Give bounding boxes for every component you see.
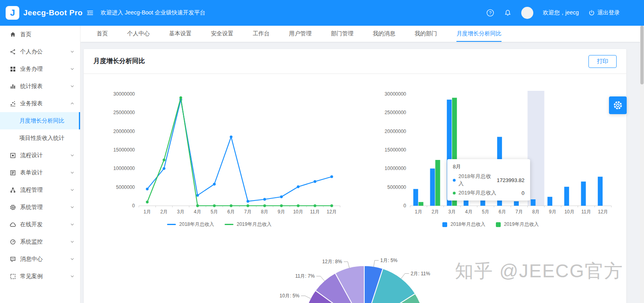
pie-label: 2月: 11% xyxy=(411,271,430,276)
sidebar-item-label: 系统管理 xyxy=(20,204,43,211)
svg-text:8月: 8月 xyxy=(261,209,268,215)
logout-button[interactable]: 退出登录 xyxy=(588,9,620,16)
svg-text:4月: 4月 xyxy=(194,209,201,215)
svg-text:0: 0 xyxy=(132,203,135,209)
svg-text:9月: 9月 xyxy=(549,209,557,215)
monitor-icon xyxy=(10,239,16,245)
legend-item[interactable]: 2018年月总收入 xyxy=(442,221,485,228)
sidebar-item-share[interactable]: 个人办公 xyxy=(0,43,80,60)
line-chart-legend: 2018年月总收入2019年月总收入 xyxy=(167,221,271,228)
chevron-down-icon xyxy=(70,170,74,175)
legend-label: 2018年月总收入 xyxy=(179,221,214,228)
chevron-down-icon xyxy=(70,188,74,192)
sidebar-subitem-1[interactable]: 项目性质收入统计 xyxy=(0,129,80,147)
legend-item[interactable]: 2018年月总收入 xyxy=(167,221,214,228)
svg-text:10月: 10月 xyxy=(564,209,574,215)
svg-text:3月: 3月 xyxy=(177,209,185,215)
sidebar-item-label: 表单设计 xyxy=(20,169,43,176)
tab-item[interactable]: 工作台 xyxy=(253,26,270,42)
tab-item[interactable]: 用户管理 xyxy=(289,26,312,42)
svg-text:25000000: 25000000 xyxy=(114,110,135,115)
scrollbar-thumb[interactable] xyxy=(640,26,644,84)
user-greeting[interactable]: 欢迎您，jeecg xyxy=(543,9,579,16)
svg-text:30000000: 30000000 xyxy=(385,91,407,97)
sidebar-item-label: 系统监控 xyxy=(20,238,43,246)
tab-item[interactable]: 基本设置 xyxy=(169,26,192,42)
avatar[interactable] xyxy=(521,7,533,19)
sidebar-item-label: 消息中心 xyxy=(20,256,43,263)
header-actions: ? 欢迎您，jeecg 退出登录 xyxy=(486,7,644,19)
sidebar-item-monitor[interactable]: 系统监控 xyxy=(0,233,80,250)
page-title: 月度增长分析同比 xyxy=(93,57,145,66)
chevron-down-icon xyxy=(70,49,74,54)
sidebar-item-bar-chart[interactable]: 统计报表 xyxy=(0,78,80,95)
scrollbar-track[interactable] xyxy=(640,26,644,303)
chevron-down-icon xyxy=(70,205,74,209)
sidebar-item-appstore[interactable]: 业务办理 xyxy=(0,60,80,78)
tab-item[interactable]: 月度增长分析同比 xyxy=(456,26,502,42)
chevron-down-icon xyxy=(70,222,74,227)
series-dot-icon xyxy=(453,192,456,194)
tab-item[interactable]: 我的部门 xyxy=(415,26,437,42)
sidebar-item-border[interactable]: 常见案例 xyxy=(0,268,80,285)
menu-fold-icon[interactable] xyxy=(86,9,93,16)
help-icon[interactable]: ? xyxy=(486,9,494,17)
sidebar-item-home[interactable]: 首页 xyxy=(0,26,80,43)
bell-icon[interactable] xyxy=(504,9,512,17)
svg-text:10000000: 10000000 xyxy=(385,166,407,171)
chevron-down-icon xyxy=(70,240,74,244)
appstore-icon xyxy=(10,66,16,72)
sidebar-item-message[interactable]: 消息中心 xyxy=(0,250,80,268)
watermark: 知乎 @JEECG官方 xyxy=(455,259,623,284)
legend-label: 2018年月总收入 xyxy=(450,221,485,228)
legend-square-marker-icon xyxy=(496,222,501,227)
charts-row: 0500000010000000150000002000000025000000… xyxy=(84,74,626,228)
theme-settings-button[interactable] xyxy=(609,96,627,114)
sidebar-item-label: 业务办理 xyxy=(20,66,43,73)
sidebar-item-cloud[interactable]: 在线开发 xyxy=(0,216,80,233)
svg-text:5000000: 5000000 xyxy=(387,184,406,190)
chevron-up-icon xyxy=(70,101,74,106)
sidebar-item-form[interactable]: 表单设计 xyxy=(0,164,80,181)
tooltip-rows: 2018年月总收入1723993.822019年月总收入0 xyxy=(453,173,524,197)
sidebar-subitem-label: 项目性质收入统计 xyxy=(19,135,64,142)
svg-text:10000000: 10000000 xyxy=(114,166,135,171)
tab-item[interactable]: 首页 xyxy=(97,26,108,42)
pie-label: 12月: 8% xyxy=(322,259,343,264)
svg-text:?: ? xyxy=(489,10,491,15)
legend-item[interactable]: 2019年月总收入 xyxy=(496,221,539,228)
sidebar-item-dot-chart[interactable]: 业务报表 xyxy=(0,95,80,112)
chevron-down-icon xyxy=(70,84,74,88)
logo-letter: J xyxy=(10,8,15,18)
svg-text:7月: 7月 xyxy=(244,209,252,215)
svg-text:12月: 12月 xyxy=(598,209,608,215)
tooltip-series-value: 0 xyxy=(522,190,524,196)
chevron-down-icon xyxy=(70,257,74,261)
block-icon xyxy=(10,152,16,159)
legend-label: 2019年月总收入 xyxy=(504,221,539,228)
line-chart-svg: 0500000010000000150000002000000025000000… xyxy=(91,83,348,216)
bar-chart-icon xyxy=(10,83,16,90)
sidebar-item-gear[interactable]: 系统管理 xyxy=(0,199,80,216)
tab-item[interactable]: 安全设置 xyxy=(211,26,233,42)
form-icon xyxy=(10,170,16,176)
print-button[interactable]: 打印 xyxy=(588,55,617,68)
sidebar-item-cluster[interactable]: 流程管理 xyxy=(0,181,80,199)
sidebar-item-block[interactable]: 流程设计 xyxy=(0,147,80,164)
app-logo[interactable]: J Jeecg-Boot Pro xyxy=(0,6,80,20)
sidebar-subitem-0[interactable]: 月度增长分析同比 xyxy=(0,112,80,129)
main-area: 首页个人中心基本设置安全设置工作台用户管理部门管理我的消息我的部门月度增长分析同… xyxy=(80,26,644,303)
tab-item[interactable]: 部门管理 xyxy=(331,26,353,42)
tab-item[interactable]: 我的消息 xyxy=(373,26,395,42)
tab-item[interactable]: 个人中心 xyxy=(127,26,150,42)
border-icon xyxy=(10,273,16,280)
svg-text:4月: 4月 xyxy=(465,209,473,215)
svg-text:2月: 2月 xyxy=(160,209,168,215)
line-chart: 0500000010000000150000002000000025000000… xyxy=(84,83,355,228)
sidebar-item-label: 在线开发 xyxy=(20,221,43,228)
tooltip-row: 2019年月总收入0 xyxy=(453,189,524,197)
svg-text:30000000: 30000000 xyxy=(114,91,135,97)
power-icon xyxy=(588,10,595,16)
legend-item[interactable]: 2019年月总收入 xyxy=(225,221,272,228)
svg-text:20000000: 20000000 xyxy=(114,129,135,134)
